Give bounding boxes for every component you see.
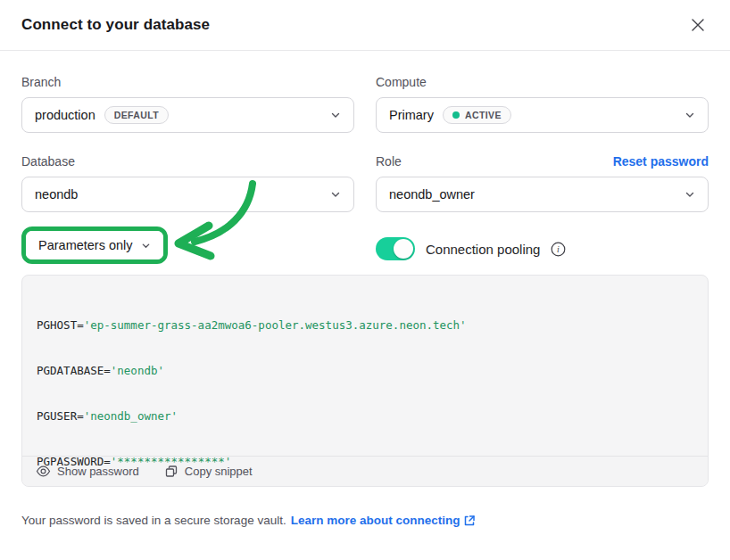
pooling-label: Connection pooling: [426, 242, 540, 257]
code-line: PGHOST='ep-summer-grass-aa2mwoa6-pooler.…: [37, 317, 693, 333]
connection-pooling-toggle[interactable]: [376, 237, 415, 260]
connection-snippet-panel: PGHOST='ep-summer-grass-aa2mwoa6-pooler.…: [21, 275, 709, 487]
database-label: Database: [21, 154, 75, 169]
eye-icon: [36, 464, 51, 479]
learn-more-link[interactable]: Learn more about connecting: [291, 514, 477, 527]
snippet-format-cell: Parameters only: [21, 226, 354, 264]
dialog-title: Connect to your database: [21, 16, 210, 34]
database-field: Database neondb: [21, 153, 354, 212]
external-link-icon: [463, 515, 476, 527]
chevron-down-icon: [684, 110, 695, 120]
default-badge: DEFAULT: [104, 106, 169, 124]
code-line: PGDATABASE='neondb': [37, 363, 693, 378]
compute-value: Primary: [389, 108, 434, 122]
dialog-body: Branch production DEFAULT Compute Primar…: [0, 51, 730, 527]
show-password-button[interactable]: Show password: [36, 464, 139, 479]
compute-label: Compute: [376, 75, 427, 89]
chevron-down-icon: [330, 189, 341, 200]
dialog-header: Connect to your database: [0, 0, 730, 51]
database-value: neondb: [35, 187, 78, 202]
chevron-down-icon: [141, 241, 151, 251]
snippet-format-select[interactable]: Parameters only: [26, 231, 163, 259]
reset-password-link[interactable]: Reset password: [613, 154, 709, 169]
active-badge-label: ACTIVE: [465, 110, 502, 120]
compute-field: Compute Primary ACTIVE: [376, 74, 709, 133]
toggle-knob: [394, 239, 413, 259]
database-select[interactable]: neondb: [21, 177, 354, 212]
pooling-cell: Connection pooling i: [376, 226, 709, 260]
compute-select[interactable]: Primary ACTIVE: [376, 97, 709, 133]
connection-snippet-code[interactable]: PGHOST='ep-summer-grass-aa2mwoa6-pooler.…: [22, 276, 708, 456]
highlight-box-annotation: Parameters only: [21, 226, 168, 264]
branch-value: production: [35, 108, 95, 122]
copy-snippet-button[interactable]: Copy snippet: [164, 465, 253, 479]
dialog-footer: Your password is saved in a secure stora…: [21, 514, 709, 527]
role-label: Role: [376, 154, 402, 169]
info-icon[interactable]: i: [551, 242, 566, 257]
snippet-format-value: Parameters only: [38, 238, 133, 252]
learn-more-label: Learn more about connecting: [291, 514, 460, 527]
close-button[interactable]: [689, 16, 707, 34]
role-value: neondb_owner: [389, 187, 475, 202]
branch-select[interactable]: production DEFAULT: [21, 97, 354, 133]
branch-field: Branch production DEFAULT: [21, 74, 354, 133]
code-line: PGUSER='neondb_owner': [37, 408, 693, 424]
svg-text:i: i: [558, 244, 560, 254]
show-password-label: Show password: [57, 465, 139, 478]
active-badge: ACTIVE: [443, 106, 511, 124]
branch-label: Branch: [21, 75, 61, 89]
role-select[interactable]: neondb_owner: [376, 177, 709, 212]
status-dot-icon: [452, 111, 460, 119]
copy-snippet-label: Copy snippet: [185, 465, 253, 478]
chevron-down-icon: [684, 189, 695, 200]
chevron-down-icon: [330, 110, 341, 120]
role-field: Role Reset password neondb_owner: [376, 153, 709, 212]
footer-text: Your password is saved in a secure stora…: [21, 514, 286, 527]
copy-icon: [164, 465, 178, 479]
x-icon: [690, 17, 706, 33]
connect-database-dialog: Connect to your database Branch producti…: [0, 0, 730, 560]
